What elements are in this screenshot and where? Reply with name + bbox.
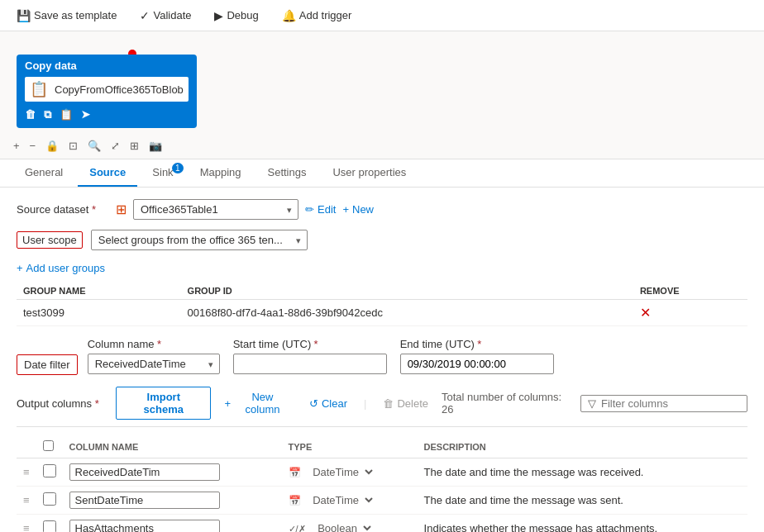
debug-button[interactable]: ▶ Debug — [211, 7, 261, 24]
zoom-out-btn[interactable]: − — [30, 140, 36, 152]
start-time-label: Start time (UTC) * — [233, 338, 387, 350]
run-activity-icon[interactable]: ➤ — [81, 108, 90, 121]
filter-columns-input[interactable] — [601, 397, 740, 410]
delete-button[interactable]: 🗑 Delete — [378, 396, 433, 411]
tab-settings[interactable]: Settings — [256, 159, 318, 187]
trigger-icon: 🔔 — [282, 9, 296, 22]
lock-icon[interactable]: 🔒 — [45, 140, 59, 152]
separator: | — [364, 397, 366, 410]
group-id-cell: 00168f80-df7d-4aa1-88d6-39bf9042cedc — [181, 300, 633, 326]
col-name-input[interactable] — [69, 492, 220, 509]
tab-general[interactable]: General — [13, 159, 74, 187]
filter-icon: ▽ — [588, 397, 596, 410]
output-columns-label: Output columns * — [17, 397, 107, 410]
end-time-input[interactable] — [400, 354, 554, 374]
dataset-input-group: ⊞ Office365Table1 ✏ Edit + New — [116, 199, 747, 220]
col-name-input[interactable] — [69, 520, 220, 532]
output-columns-header: Output columns * Import schema + New col… — [17, 387, 747, 427]
column-name-select[interactable]: ReceivedDateTime — [88, 354, 220, 374]
validate-button[interactable]: ✓ Validate — [136, 7, 194, 24]
clone-activity-icon[interactable]: 📋 — [60, 108, 73, 121]
column-name-label: Column name * — [88, 338, 220, 350]
activity-inner: 📋 CopyFromOffice365ToBlob — [25, 77, 189, 102]
table-row: ≡ 📅 DateTime The date and time the messa… — [17, 458, 747, 487]
remove-group-button[interactable]: ✕ — [640, 305, 651, 321]
plus-icon: + — [224, 397, 231, 410]
select-all-checkbox[interactable] — [43, 440, 54, 451]
column-name-group: Column name * ReceivedDateTime — [88, 338, 220, 374]
copy-data-block[interactable]: Copy data 📋 CopyFromOffice365ToBlob 🗑 ⧉ … — [17, 55, 197, 128]
boolean-type-icon: ✓/✗ — [289, 524, 306, 532]
group-name-header: GROUP NAME — [17, 283, 181, 300]
drag-handle[interactable]: ≡ — [23, 522, 30, 532]
edit-dataset-button[interactable]: ✏ Edit — [305, 202, 336, 217]
tab-mapping[interactable]: Mapping — [189, 159, 253, 187]
drag-handle[interactable]: ≡ — [23, 494, 30, 506]
tab-user-properties[interactable]: User properties — [321, 159, 418, 187]
user-scope-row: User scope Select groups from the office… — [17, 230, 747, 250]
add-trigger-button[interactable]: 🔔 Add trigger — [279, 7, 356, 24]
source-dataset-row: Source dataset * ⊞ Office365Table1 ✏ Edi… — [17, 199, 747, 220]
clear-button[interactable]: ↺ Clear — [304, 396, 352, 411]
end-time-label: End time (UTC) * — [400, 338, 554, 350]
columns-table: COLUMN NAME TYPE DESCRIPTION ≡ 📅 DateTim… — [17, 435, 747, 532]
properties-panel: General Source Sink 1 Mapping Settings U… — [0, 159, 764, 532]
fit-page-icon[interactable]: ⊡ — [69, 140, 78, 152]
new-dataset-button[interactable]: + New — [342, 202, 374, 217]
col-name-header: COLUMN NAME — [63, 435, 282, 458]
scope-dropdown-wrapper: Select groups from the office 365 ten... — [91, 230, 308, 250]
grid-icon[interactable]: ⊞ — [130, 140, 139, 152]
edit-icon: ✏ — [305, 203, 314, 216]
tab-sink[interactable]: Sink 1 — [141, 159, 184, 187]
col-type-header: TYPE — [282, 435, 418, 458]
group-table: GROUP NAME GROUP ID REMOVE test3099 0016… — [17, 283, 747, 326]
debug-icon: ▶ — [214, 9, 223, 22]
expand-icon[interactable]: ⤢ — [111, 140, 120, 152]
canvas-mini-toolbar: + − 🔒 ⊡ 🔍 ⤢ ⊞ 📷 — [13, 140, 162, 152]
row-checkbox[interactable] — [43, 520, 56, 532]
col-name-input[interactable] — [69, 463, 220, 481]
new-column-button[interactable]: + New column — [219, 389, 295, 417]
dataset-select[interactable]: Office365Table1 — [133, 199, 298, 220]
save-as-template-button[interactable]: 💾 Save as template — [13, 7, 120, 24]
import-schema-button[interactable]: Import schema — [116, 387, 211, 420]
date-filter-fields: Column name * ReceivedDateTime Start tim… — [88, 338, 554, 374]
sink-badge: 1 — [172, 163, 184, 173]
block-actions: 🗑 ⧉ 📋 ➤ — [25, 107, 189, 123]
add-user-groups-button[interactable]: + Add user groups — [17, 260, 105, 276]
tab-source[interactable]: Source — [78, 159, 137, 187]
col-description: Indicates whether the message has attach… — [418, 515, 747, 533]
remove-header: REMOVE — [633, 283, 747, 300]
col-type-select[interactable]: DateTime — [305, 463, 376, 482]
col-type-select[interactable]: Boolean — [310, 519, 375, 532]
zoom-fit-icon[interactable]: 🔍 — [88, 140, 101, 152]
col-desc-header: DESCRIPTION — [418, 435, 747, 458]
dataset-required: * — [92, 203, 96, 216]
activity-icon: 📋 — [30, 80, 48, 98]
zoom-in-btn[interactable]: + — [13, 140, 20, 152]
start-time-input[interactable] — [233, 354, 387, 374]
copy-activity-icon[interactable]: ⧉ — [44, 108, 51, 121]
col-description: The date and time the message was receiv… — [418, 458, 747, 487]
row-checkbox[interactable] — [43, 464, 56, 477]
dataset-dropdown-wrapper: Office365Table1 — [133, 199, 298, 220]
plus-icon: + — [17, 262, 23, 274]
user-scope-label: User scope — [17, 231, 83, 249]
delete-activity-icon[interactable]: 🗑 — [25, 108, 36, 121]
group-remove-cell: ✕ — [633, 300, 747, 326]
filter-columns-wrapper: ▽ — [580, 395, 747, 412]
save-icon: 💾 — [17, 9, 31, 22]
row-checkbox[interactable] — [43, 492, 56, 506]
validate-icon: ✓ — [140, 9, 150, 22]
drag-handle[interactable]: ≡ — [23, 466, 30, 478]
group-row: test3099 00168f80-df7d-4aa1-88d6-39bf904… — [17, 300, 747, 326]
check-col-header — [36, 435, 63, 458]
tabs-row: General Source Sink 1 Mapping Settings U… — [0, 159, 764, 188]
content-area: Source dataset * ⊞ Office365Table1 ✏ Edi… — [0, 188, 764, 532]
col-type-select[interactable]: DateTime — [305, 491, 376, 510]
scope-select[interactable]: Select groups from the office 365 ten... — [91, 230, 308, 250]
group-name-cell: test3099 — [17, 300, 181, 326]
top-toolbar: 💾 Save as template ✓ Validate ▶ Debug 🔔 … — [0, 0, 764, 31]
snapshot-icon[interactable]: 📷 — [149, 140, 162, 152]
trash-icon: 🗑 — [383, 397, 394, 410]
